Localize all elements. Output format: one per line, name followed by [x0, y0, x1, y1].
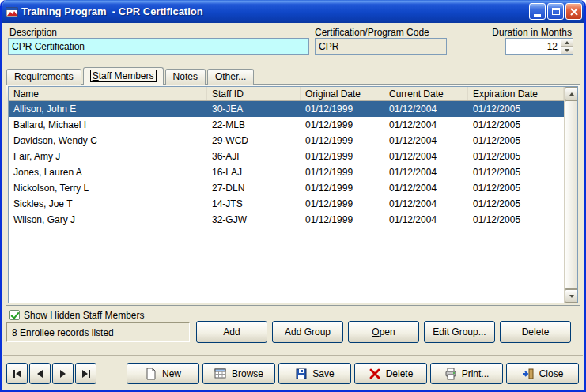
table-cell: 01/12/1999 — [301, 212, 384, 228]
table-row[interactable]: Fair, Amy J36-AJF01/12/199901/12/200401/… — [9, 149, 564, 164]
table-cell: 01/12/1999 — [301, 149, 384, 164]
close-button[interactable]: Close — [506, 363, 579, 384]
duration-spinner — [505, 38, 573, 55]
table-cell: 01/12/2005 — [468, 212, 564, 228]
scrollbar-thumb[interactable] — [565, 100, 578, 289]
table-cell: 01/12/2005 — [468, 180, 564, 196]
table-cell: 01/12/2004 — [384, 117, 468, 133]
save-button[interactable]: Save — [278, 363, 351, 384]
add-button[interactable]: Add — [196, 321, 267, 343]
previous-record-icon — [37, 370, 43, 378]
table-cell: 01/12/2005 — [468, 133, 564, 149]
tab-label: Notes — [173, 71, 198, 82]
table-cell: 22-MLB — [207, 117, 301, 133]
status-box: 8 Enrollee records listed — [6, 322, 190, 342]
table-cell: 01/12/1999 — [301, 133, 384, 149]
scroll-down-button[interactable] — [565, 289, 578, 303]
spin-up-button[interactable] — [561, 39, 573, 47]
first-record-button[interactable] — [6, 363, 28, 384]
grid-body: Allison, John E30-JEA01/12/199901/12/200… — [9, 101, 564, 303]
delete-button-label: Delete — [386, 368, 414, 379]
edit-group-button[interactable]: Edit Group... — [424, 321, 495, 343]
print-button-label: Print... — [462, 368, 490, 379]
table-cell: 01/12/2004 — [384, 164, 468, 180]
first-record-icon-arrow — [16, 370, 21, 378]
table-cell: 30-JEA — [207, 101, 301, 117]
table-cell: Jones, Lauren A — [9, 164, 207, 180]
table-cell: Sickles, Joe T — [9, 196, 207, 212]
table-row[interactable]: Jones, Lauren A16-LAJ01/12/199901/12/200… — [9, 164, 564, 180]
open-button[interactable]: Open — [348, 321, 419, 343]
vertical-scrollbar[interactable] — [564, 87, 577, 303]
close-button-label: Close — [539, 368, 564, 379]
maximize-button[interactable] — [547, 3, 564, 20]
print-button[interactable]: Print... — [430, 363, 503, 384]
next-record-button[interactable] — [52, 363, 74, 384]
table-row[interactable]: Ballard, Michael I22-MLB01/12/199901/12/… — [9, 117, 564, 133]
table-cell: 01/12/2004 — [384, 133, 468, 149]
table-cell: 01/12/2005 — [468, 117, 564, 133]
show-hidden-checkbox[interactable] — [9, 310, 20, 320]
action-row: 8 Enrollee records listed Add Add Group … — [2, 321, 584, 345]
code-input[interactable] — [315, 38, 447, 55]
description-label: Description — [9, 27, 57, 38]
duration-input[interactable] — [505, 38, 561, 55]
minimize-button[interactable] — [529, 3, 546, 20]
close-window-button[interactable] — [565, 3, 582, 20]
new-button-label: New — [162, 368, 181, 379]
table-cell: Davidson, Wendy C — [9, 133, 207, 149]
add-button-label: Add — [223, 326, 240, 337]
tab-requirements[interactable]: Requirements — [6, 69, 81, 85]
spin-down-button[interactable] — [561, 47, 573, 54]
browse-button-label: Browse — [232, 368, 263, 379]
table-cell: 01/12/2005 — [468, 149, 564, 164]
table-cell: 16-LAJ — [207, 164, 301, 180]
table-cell: 29-WCD — [207, 133, 301, 149]
delete-group-button[interactable]: Delete — [500, 321, 571, 343]
tab-staff-members[interactable]: Staff Members — [83, 67, 164, 85]
delete-x-icon — [369, 368, 381, 380]
table-row[interactable]: Davidson, Wendy C29-WCD01/12/199901/12/2… — [9, 133, 564, 149]
new-document-icon — [145, 368, 157, 380]
previous-record-button[interactable] — [29, 363, 51, 384]
delete-group-button-label: Delete — [522, 326, 550, 337]
column-header[interactable]: Expiration Date — [468, 87, 564, 100]
add-group-button[interactable]: Add Group — [272, 321, 343, 343]
exit-door-icon — [522, 368, 535, 380]
tab-notes[interactable]: Notes — [165, 69, 206, 85]
first-record-icon — [13, 370, 15, 378]
column-header[interactable]: Original Date — [301, 87, 384, 100]
browse-button[interactable]: Browse — [202, 363, 275, 384]
table-row[interactable]: Wilson, Gary J32-GJW01/12/199901/12/2004… — [9, 212, 564, 228]
table-cell: Fair, Amy J — [9, 149, 207, 164]
column-header[interactable]: Name — [9, 87, 207, 100]
column-header[interactable]: Current Date — [384, 87, 468, 100]
close-icon — [570, 8, 578, 16]
tab-other[interactable]: Other... — [207, 69, 254, 85]
save-icon — [295, 368, 308, 380]
chevron-down-icon — [565, 49, 569, 52]
last-record-button[interactable] — [75, 363, 96, 384]
column-header[interactable]: Staff ID — [207, 87, 301, 100]
add-group-button-label: Add Group — [285, 326, 331, 337]
browse-icon — [214, 368, 227, 380]
show-hidden-row[interactable]: Show Hidden Staff Members — [9, 309, 145, 321]
spin-buttons — [561, 38, 573, 55]
table-cell: 01/12/2004 — [384, 196, 468, 212]
table-cell: Allison, John E — [9, 101, 207, 117]
table-row[interactable]: Sickles, Joe T14-JTS01/12/199901/12/2004… — [9, 196, 564, 212]
table-row[interactable]: Nickolson, Terry L27-DLN01/12/199901/12/… — [9, 180, 564, 196]
edit-group-button-label: Edit Group... — [433, 326, 486, 337]
table-cell: 01/12/2004 — [384, 101, 468, 117]
scroll-up-button[interactable] — [565, 87, 578, 100]
delete-button[interactable]: Delete — [354, 363, 427, 384]
titlebar[interactable]: Training Program - CPR Certification — [0, 0, 586, 23]
new-button[interactable]: New — [127, 363, 199, 384]
table-cell: 01/12/2005 — [468, 196, 564, 212]
last-record-icon — [89, 370, 90, 378]
table-cell: 32-GJW — [207, 212, 301, 228]
table-row[interactable]: Allison, John E30-JEA01/12/199901/12/200… — [9, 101, 564, 117]
description-input[interactable] — [8, 38, 309, 55]
app-icon — [6, 6, 18, 18]
arrow-up-icon — [569, 92, 574, 96]
